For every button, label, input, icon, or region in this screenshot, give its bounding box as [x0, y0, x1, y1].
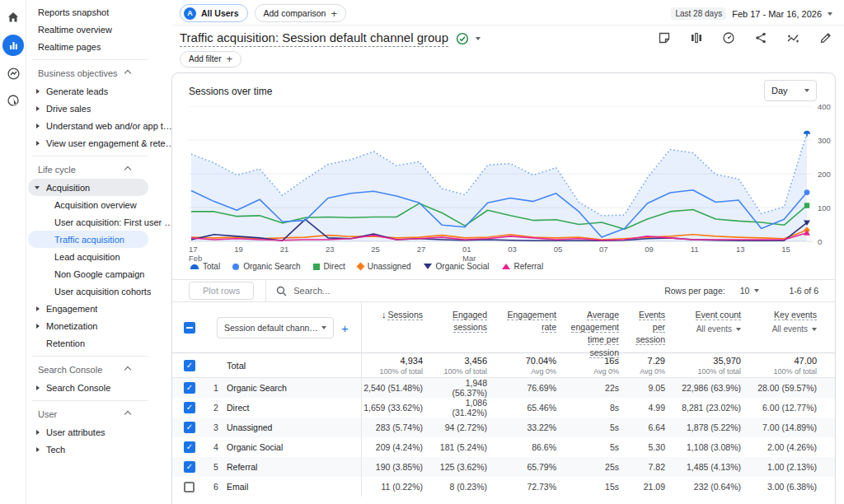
table-row-organic-social[interactable]: ✓4Organic Social209 (4.24%)181 (5.24%)86… — [172, 437, 835, 457]
all-users-chip[interactable]: A All Users — [180, 4, 248, 22]
legend-item-unassigned[interactable]: Unassigned — [358, 262, 411, 271]
add-dimension-icon[interactable]: + — [341, 321, 349, 335]
sidebar-section-header[interactable]: Search Console — [27, 361, 148, 379]
legend-item-total[interactable]: Total — [190, 262, 220, 271]
sidebar-item-acquisition-overview[interactable]: Acquisition overview — [28, 196, 171, 213]
metric-value: 1,948 (56.37%) — [431, 378, 495, 398]
sidebar-divider — [32, 356, 148, 357]
caret-right-icon — [36, 430, 40, 435]
column-header-average-engagement-time-per-session[interactable]: Average engagement time per session — [565, 302, 627, 359]
sidebar-section-header[interactable]: Business objectives — [27, 64, 148, 82]
all-users-label: All Users — [201, 8, 239, 18]
chevron-down-icon — [804, 89, 809, 92]
sidebar-item-realtime-overview[interactable]: Realtime overview — [28, 21, 171, 38]
sidebar-item-drive-sales[interactable]: Drive sales — [28, 100, 171, 117]
legend-item-organic-social[interactable]: Organic Social — [424, 262, 490, 271]
collapse-chevron-icon — [124, 166, 131, 173]
table-row-unassigned[interactable]: ✓3Unassigned283 (5.74%)94 (2.72%)33.22%5… — [172, 418, 835, 437]
reports-icon[interactable] — [0, 33, 26, 58]
metric-value: 4.99 — [627, 403, 673, 413]
sidebar-item-label: Acquisition overview — [28, 200, 137, 210]
sidebar-item-user-acquisition-cohorts[interactable]: User acquisition cohorts — [28, 282, 171, 300]
compare-reports-icon[interactable] — [690, 31, 703, 44]
sidebar-item-traffic-acquisition[interactable]: Traffic acquisition — [28, 231, 148, 248]
customize-report-icon[interactable] — [819, 31, 832, 44]
metric-value: 283 (5.74%) — [361, 422, 431, 432]
legend-item-organic-search[interactable]: Organic Search — [232, 262, 300, 271]
add-comparison-chip[interactable]: Add comparison+ — [255, 4, 346, 22]
sidebar-item-generate-leads[interactable]: Generate leads — [28, 82, 171, 100]
legend-label: Total — [203, 262, 220, 271]
page-title[interactable]: Traffic acquisition: Session default cha… — [180, 30, 448, 47]
sidebar-item-realtime-pages[interactable]: Realtime pages — [28, 38, 171, 55]
row-checkbox[interactable]: ✓ — [184, 360, 195, 371]
table-row-referral[interactable]: ✓5Referral190 (3.85%)125 (3.62%)65.79%25… — [172, 457, 835, 477]
plot-rows-button[interactable]: Plot rows — [189, 282, 254, 300]
table-totals-row: ✓Total4,934100% of total3,456100% of tot… — [172, 353, 835, 378]
metric-value: 1,086 (31.42%) — [431, 398, 495, 418]
sidebar-item-user-acquisition-first-user[interactable]: User acquisition: First user … — [28, 213, 171, 231]
note-icon[interactable] — [658, 31, 671, 44]
data-quality-check-icon[interactable] — [456, 32, 469, 45]
table-row-direct[interactable]: ✓2Direct1,659 (33.62%)1,086 (31.42%)65.4… — [172, 398, 835, 418]
analytics-intelligence-icon[interactable] — [786, 31, 800, 44]
metric-value: 11 (0.22%) — [361, 482, 431, 492]
caret-right-icon — [36, 106, 40, 111]
sidebar-item-retention[interactable]: Retention — [28, 334, 171, 352]
sidebar-item-tech[interactable]: Tech — [28, 441, 171, 458]
metric-value: 2.00 (4.26%) — [749, 442, 825, 452]
row-number: 3 — [205, 422, 227, 432]
column-header-sessions[interactable]: ↓Sessions — [361, 302, 431, 322]
add-filter-chip[interactable]: Add filter+ — [180, 51, 241, 68]
reports-active-circle — [2, 35, 24, 56]
date-preset-badge: Last 28 days — [671, 7, 726, 20]
explore-icon[interactable] — [0, 61, 26, 86]
row-checkbox[interactable]: ✓ — [184, 402, 195, 413]
column-header-key-events[interactable]: Key eventsAll events — [749, 302, 825, 336]
sidebar-item-engagement[interactable]: Engagement — [28, 300, 171, 317]
sidebar-item-label: Understand web and/or app t… — [28, 121, 171, 131]
row-checkbox[interactable] — [184, 482, 195, 492]
metric-scope-select[interactable]: All events — [673, 324, 741, 336]
search-input[interactable] — [293, 286, 491, 296]
sidebar-item-non-google-campaign[interactable]: Non Google campaign — [28, 265, 171, 282]
row-checkbox[interactable]: ✓ — [184, 382, 195, 394]
legend-item-referral[interactable]: Referral — [502, 262, 544, 271]
column-label: Engagement rate — [507, 310, 556, 333]
row-checkbox[interactable]: ✓ — [184, 441, 195, 453]
table-row-organic-search[interactable]: ✓1Organic Search2,540 (51.48%)1,948 (56.… — [172, 378, 835, 398]
date-range-picker[interactable]: Last 28 days Feb 17 - Mar 16, 2026 — [671, 7, 832, 20]
table-row-email[interactable]: 6Email11 (0.22%)8 (0.23%)72.73%15s21.092… — [172, 477, 835, 497]
dimension-select[interactable]: Session default channel group — [217, 317, 334, 338]
sidebar-item-lead-acquisition[interactable]: Lead acquisition — [28, 248, 171, 265]
column-header-events-per-session[interactable]: Events per session — [627, 302, 673, 347]
legend-item-direct[interactable]: Direct — [313, 262, 345, 271]
sidebar-item-reports-snapshot[interactable]: Reports snapshot — [28, 3, 171, 21]
metric-value: 5s — [565, 442, 627, 452]
column-header-event-count[interactable]: Event countAll events — [673, 302, 749, 336]
sidebar-item-user-attributes[interactable]: User attributes — [28, 423, 171, 441]
granularity-select[interactable]: Day — [764, 80, 817, 101]
sidebar-section-header[interactable]: Life cycle — [27, 161, 148, 179]
insights-speed-icon[interactable] — [722, 31, 735, 44]
rows-per-page-caret-icon[interactable] — [754, 289, 759, 292]
advertising-icon[interactable] — [0, 88, 26, 113]
collapse-chevron-icon — [124, 70, 131, 77]
row-checkbox[interactable]: ✓ — [184, 461, 195, 473]
share-icon[interactable] — [754, 31, 767, 44]
rows-per-page-value[interactable]: 10 — [740, 286, 750, 296]
sidebar-item-understand-web-and-or-app-t[interactable]: Understand web and/or app t… — [28, 117, 171, 134]
row-checkbox[interactable] — [184, 322, 195, 334]
sidebar-item-view-user-engagement-rete[interactable]: View user engagement & rete… — [28, 134, 171, 152]
totals-value: 7.29Avg 0% — [627, 354, 673, 376]
column-header-engagement-rate[interactable]: Engagement rate — [495, 302, 565, 334]
sidebar-section-header[interactable]: User — [27, 405, 148, 423]
sidebar-item-monetization[interactable]: Monetization — [28, 317, 171, 334]
metric-scope-select[interactable]: All events — [749, 324, 817, 336]
sidebar-item-acquisition[interactable]: Acquisition — [28, 179, 148, 196]
row-checkbox[interactable]: ✓ — [184, 422, 195, 433]
home-icon[interactable] — [0, 5, 26, 30]
sidebar-item-search-console[interactable]: Search Console — [28, 379, 171, 396]
column-header-engaged-sessions[interactable]: Engaged sessions — [431, 302, 495, 334]
title-dropdown-caret-icon[interactable] — [476, 37, 481, 40]
